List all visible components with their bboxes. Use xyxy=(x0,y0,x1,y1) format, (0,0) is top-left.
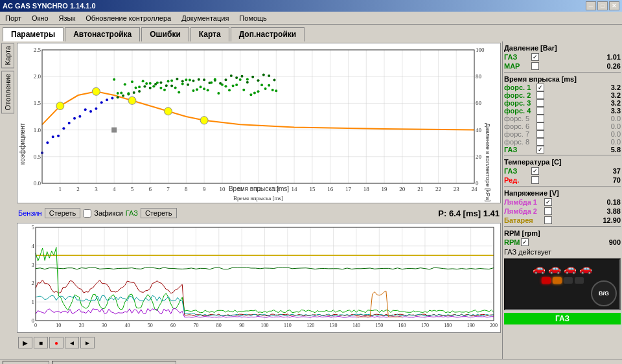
lambda1-checkbox[interactable] xyxy=(544,198,552,206)
menu-docs[interactable]: Документация xyxy=(179,13,231,23)
car-icon3: 🚗 xyxy=(564,262,577,275)
inj-row-2: форс. 2 3.2 xyxy=(504,91,621,99)
bottom-chart xyxy=(17,223,501,333)
bat-label: Батарея xyxy=(504,216,543,224)
y-axis-label: коэффициент xyxy=(19,123,26,165)
davlenie-gaz-label: ГАЗ xyxy=(504,53,530,61)
maximize-button[interactable]: □ xyxy=(597,1,608,10)
rpm-checkbox[interactable] xyxy=(521,238,529,246)
bottom-controls: ▶ ■ ● ◄ ► xyxy=(16,334,502,351)
close-button[interactable]: ✕ xyxy=(609,1,619,10)
main-area: Карта Отопление коэффициент Давление в к… xyxy=(0,41,622,359)
rpm-label: RPM xyxy=(504,238,520,246)
gaz-label: ГАЗ xyxy=(126,209,138,217)
tab-bar: Параметры Автонастройка Ошибки Карта Доп… xyxy=(0,25,622,41)
menu-help[interactable]: Помощь xyxy=(236,13,270,23)
injgaz-checkbox[interactable] xyxy=(536,146,544,154)
rpm-row: RPM 900 xyxy=(504,238,621,247)
next-button[interactable]: ► xyxy=(80,337,95,348)
prev-button[interactable]: ◄ xyxy=(65,337,79,348)
tab-avtonastr[interactable]: Автонастройка xyxy=(65,27,140,41)
inj3-checkbox[interactable] xyxy=(536,99,544,107)
inj7-checkbox[interactable] xyxy=(536,130,544,138)
title-bar: AC GAS SYNCHRO 1.14.1.0 ─ □ ✕ xyxy=(0,0,622,12)
davlenie-title: Давление [Bar] xyxy=(504,44,621,52)
menu-bar: Порт Окно Язык Обновление контроллера До… xyxy=(0,12,622,25)
bat-checkbox[interactable] xyxy=(544,216,552,224)
inj8-checkbox[interactable] xyxy=(536,138,544,146)
nap-bat-row: Батарея 12.90 xyxy=(504,216,621,225)
zafiksi-checkbox[interactable] xyxy=(83,209,91,218)
steret2-button[interactable]: Стереть xyxy=(141,208,177,218)
inj4-label: форс. 4 xyxy=(504,107,535,115)
divider4 xyxy=(504,226,621,227)
right-panel: Давление [Bar] ГАЗ 1.01 MAP 0.26 Время в… xyxy=(502,41,622,359)
davlenie-map-checkbox[interactable] xyxy=(531,62,539,70)
chart-sidebar: Карта Отопление xyxy=(0,41,16,359)
inj7-label: форс. 7 xyxy=(504,130,535,138)
nap-title: Напряжение [V] xyxy=(504,189,621,197)
record-button[interactable]: ● xyxy=(49,337,63,348)
inj6-value: 0.0 xyxy=(601,122,621,130)
inj5-label: форс. 5 xyxy=(504,115,535,122)
temp-gaz-value: 37 xyxy=(598,167,621,175)
inj2-label: форс. 2 xyxy=(504,91,535,99)
rpm-title: RPM [rpm] xyxy=(504,229,621,237)
gaz-icons-row: 🚗 🚗 🚗 🚗 xyxy=(533,262,592,275)
inj2-value: 3.2 xyxy=(601,91,621,99)
play-button[interactable]: ▶ xyxy=(18,337,32,348)
window-controls: ─ □ ✕ xyxy=(586,1,619,10)
stop-button[interactable]: ■ xyxy=(34,337,48,348)
davlenie-gaz-checkbox[interactable] xyxy=(531,53,539,61)
tab-dop[interactable]: Доп.настройки xyxy=(231,27,305,41)
version-status: Верс. 1.10.27 20.05.2008 10:56:44 xyxy=(52,361,176,365)
davlenie-gaz-row: ГАЗ 1.01 xyxy=(504,52,621,62)
lambda1-label: Лямбда 1 xyxy=(504,198,543,206)
app-title: AC GAS SYNCHRO 1.14.1.0 xyxy=(3,2,96,10)
nap-lambda2-row: Лямбда 2 3.88 xyxy=(504,207,621,216)
lambda2-checkbox[interactable] xyxy=(544,207,552,215)
tab-karta[interactable]: Карта xyxy=(190,27,229,41)
sidebar-karta[interactable]: Карта xyxy=(1,43,14,68)
tab-oshibki[interactable]: Ошибки xyxy=(141,27,189,41)
bat-value: 12.90 xyxy=(598,216,621,224)
ms-label: [ms] xyxy=(463,209,481,218)
injgaz-label: ГАЗ xyxy=(504,146,535,154)
temp-gaz-checkbox[interactable] xyxy=(531,167,539,175)
divider3 xyxy=(504,186,621,187)
steret1-button[interactable]: Стереть xyxy=(45,208,81,218)
rp-display: P: 6.4 [ms] 1.41 xyxy=(438,209,500,218)
menu-port[interactable]: Порт xyxy=(3,13,24,23)
status-bar: Подключите Верс. 1.10.27 20.05.2008 10:5… xyxy=(0,359,622,364)
inj6-checkbox[interactable] xyxy=(536,122,544,130)
inj6-label: форс. 6 xyxy=(504,122,535,130)
sidebar-otoplenie[interactable]: Отопление xyxy=(1,71,14,113)
inj7-value: 0.0 xyxy=(601,130,621,138)
ms-value: 1.41 xyxy=(483,209,500,218)
inj5-checkbox[interactable] xyxy=(536,115,544,122)
car-icon1: 🚗 xyxy=(533,262,546,275)
minimize-button[interactable]: ─ xyxy=(586,1,596,10)
inj-row-4: форс. 4 3.3 xyxy=(504,107,621,115)
inj4-checkbox[interactable] xyxy=(536,107,544,115)
inj1-checkbox[interactable] xyxy=(536,84,544,91)
rp-label: P: xyxy=(438,209,446,218)
content-area: Карта Отопление коэффициент Давление в к… xyxy=(0,41,502,359)
inj-row-5: форс. 5 0.0 xyxy=(504,115,621,122)
temp-red-checkbox[interactable] xyxy=(531,176,539,184)
lambda2-label: Лямбда 2 xyxy=(504,207,543,215)
inj4-value: 3.3 xyxy=(601,107,621,115)
davlenie-map-row: MAP 0.26 xyxy=(504,62,621,71)
gaz-indicator-box: 🚗 🚗 🚗 🚗 B/G xyxy=(504,258,621,310)
tab-parametry[interactable]: Параметры xyxy=(3,27,63,41)
menu-update[interactable]: Обновление контроллера xyxy=(83,13,174,23)
led-row xyxy=(542,277,584,284)
zafiksi-label: Зафикси xyxy=(94,209,123,217)
menu-yazyk[interactable]: Язык xyxy=(56,13,78,23)
menu-okno[interactable]: Окно xyxy=(29,13,51,23)
inj8-value: 0.0 xyxy=(601,138,621,146)
inj2-checkbox[interactable] xyxy=(536,91,544,99)
y2-axis-label: Давление в коллекторе [kPa] xyxy=(485,123,491,201)
vremya-title: Время впрыска [ms] xyxy=(504,75,621,83)
davlenie-map-label: MAP xyxy=(504,62,530,70)
